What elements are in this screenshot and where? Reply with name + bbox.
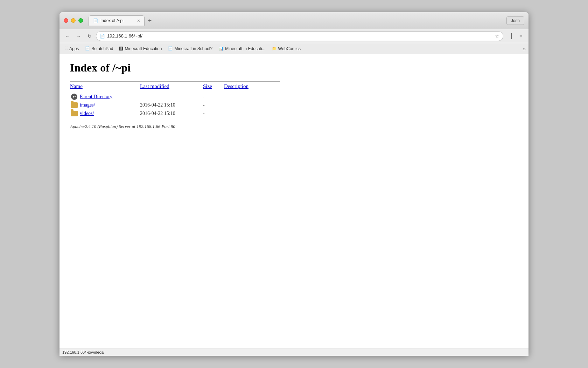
images-dir-cell: images/ bbox=[70, 102, 140, 109]
folder-shape bbox=[71, 111, 78, 116]
table-row: videos/ 2016-04-22 15:10 - bbox=[70, 109, 280, 118]
folder-icon-images bbox=[70, 102, 78, 109]
modified-sort-link[interactable]: Last modified bbox=[140, 83, 169, 89]
bookmark-apps[interactable]: ⠿ Apps bbox=[62, 45, 82, 52]
images-dir-size: - bbox=[203, 102, 224, 108]
bookmark-scratchpad-label: ScratchPad bbox=[91, 46, 113, 51]
videos-dir-cell: videos/ bbox=[70, 110, 140, 117]
maximize-button[interactable] bbox=[78, 18, 83, 23]
col-header-size: Size bbox=[203, 83, 224, 89]
webcomics-icon: 📁 bbox=[272, 46, 277, 51]
back-arrow-icon: ↩ bbox=[71, 94, 77, 100]
bookmark-webcomics[interactable]: 📁 WebComics bbox=[269, 45, 303, 52]
close-button[interactable] bbox=[64, 18, 68, 23]
bookmark-scratchpad[interactable]: 📄 ScratchPad bbox=[82, 45, 116, 52]
parent-dir-cell: ↩ Parent Directory bbox=[70, 93, 140, 100]
col-header-description: Description bbox=[224, 83, 266, 89]
table-header-row: Name Last modified Size Description bbox=[70, 81, 280, 91]
parent-directory-link[interactable]: Parent Directory bbox=[80, 94, 112, 100]
videos-dir-modified: 2016-04-22 15:10 bbox=[140, 111, 203, 116]
col-header-modified: Last modified bbox=[140, 83, 203, 89]
bookmark-apps-label: Apps bbox=[69, 46, 79, 51]
user-profile-button[interactable]: Josh bbox=[506, 16, 524, 25]
reload-button[interactable]: ↻ bbox=[85, 31, 94, 41]
bookmarks-more-button[interactable]: » bbox=[523, 46, 526, 52]
page-title: Index of /~pi bbox=[70, 61, 518, 74]
tab-close-button[interactable]: × bbox=[137, 18, 140, 23]
folder-shape bbox=[71, 102, 78, 108]
parent-dir-icon: ↩ bbox=[70, 93, 78, 100]
menu-button[interactable]: ≡ bbox=[516, 31, 526, 41]
cast-button[interactable]: ▕ bbox=[505, 31, 514, 41]
apps-icon: ⠿ bbox=[65, 46, 68, 51]
folder-icon-videos bbox=[70, 110, 78, 117]
tab-label: Index of /~pi bbox=[100, 18, 124, 23]
videos-dir-size: - bbox=[203, 111, 224, 116]
bookmark-minecraft-education[interactable]: 🅱 Minecraft Education bbox=[117, 45, 164, 52]
traffic-lights bbox=[64, 18, 83, 23]
images-directory-link[interactable]: images/ bbox=[80, 102, 95, 108]
address-page-icon: 📄 bbox=[100, 34, 105, 39]
status-bar: 192.168.1.66/~pi/videos/ bbox=[59, 348, 528, 356]
nav-extra-buttons: ▕ ≡ bbox=[505, 31, 526, 41]
parent-dir-size: - bbox=[203, 94, 224, 100]
bookmark-minecraft-education2-label: Minecraft in Educati... bbox=[225, 46, 265, 51]
tab-page-icon: 📄 bbox=[93, 18, 98, 23]
bookmark-minecraft-school[interactable]: 📄 Minecraft in School? bbox=[165, 45, 215, 52]
address-bar[interactable]: 📄 192.168.1.66/~pi/ ☆ bbox=[96, 31, 503, 41]
nav-bar: ← → ↻ 📄 192.168.1.66/~pi/ ☆ ▕ ≡ bbox=[59, 29, 528, 43]
page-content: Index of /~pi Name Last modified Size De… bbox=[59, 54, 528, 348]
back-button[interactable]: ← bbox=[62, 31, 72, 41]
table-row: images/ 2016-04-22 15:10 - bbox=[70, 101, 280, 109]
size-sort-link[interactable]: Size bbox=[203, 83, 212, 89]
status-bar-text: 192.168.1.66/~pi/videos/ bbox=[62, 350, 104, 354]
active-tab[interactable]: 📄 Index of /~pi × bbox=[89, 15, 145, 26]
bookmark-webcomics-label: WebComics bbox=[278, 46, 301, 51]
minecraft-ed-icon: 🅱 bbox=[119, 47, 123, 51]
directory-table: Name Last modified Size Description ↩ bbox=[70, 81, 280, 120]
scratchpad-icon: 📄 bbox=[85, 46, 90, 51]
minecraft-ed2-icon: 📊 bbox=[219, 46, 224, 51]
bookmark-star-icon[interactable]: ☆ bbox=[495, 33, 499, 39]
bookmark-minecraft-school-label: Minecraft in School? bbox=[174, 46, 212, 51]
title-bar: 📄 Index of /~pi × + Josh bbox=[59, 12, 528, 29]
minecraft-school-icon: 📄 bbox=[168, 46, 173, 51]
images-dir-modified: 2016-04-22 15:10 bbox=[140, 102, 203, 108]
server-info: Apache/2.4.10 (Raspbian) Server at 192.1… bbox=[70, 124, 518, 129]
table-row: ↩ Parent Directory - bbox=[70, 93, 280, 101]
minimize-button[interactable] bbox=[71, 18, 76, 23]
col-header-name: Name bbox=[70, 83, 140, 89]
name-sort-link[interactable]: Name bbox=[70, 83, 83, 89]
bookmarks-bar: ⠿ Apps 📄 ScratchPad 🅱 Minecraft Educatio… bbox=[59, 43, 528, 54]
description-sort-link[interactable]: Description bbox=[224, 83, 248, 89]
bookmark-minecraft-education2[interactable]: 📊 Minecraft in Educati... bbox=[216, 45, 268, 52]
new-tab-button[interactable]: + bbox=[145, 16, 155, 26]
browser-window: 📄 Index of /~pi × + Josh ← → ↻ 📄 192.168… bbox=[59, 12, 528, 356]
table-separator bbox=[70, 120, 280, 120]
bookmark-minecraft-education-label: Minecraft Education bbox=[125, 46, 162, 51]
address-text: 192.168.1.66/~pi/ bbox=[107, 33, 493, 39]
tabs-area: 📄 Index of /~pi × + bbox=[89, 15, 506, 26]
videos-directory-link[interactable]: videos/ bbox=[80, 111, 94, 116]
forward-button[interactable]: → bbox=[74, 31, 83, 41]
